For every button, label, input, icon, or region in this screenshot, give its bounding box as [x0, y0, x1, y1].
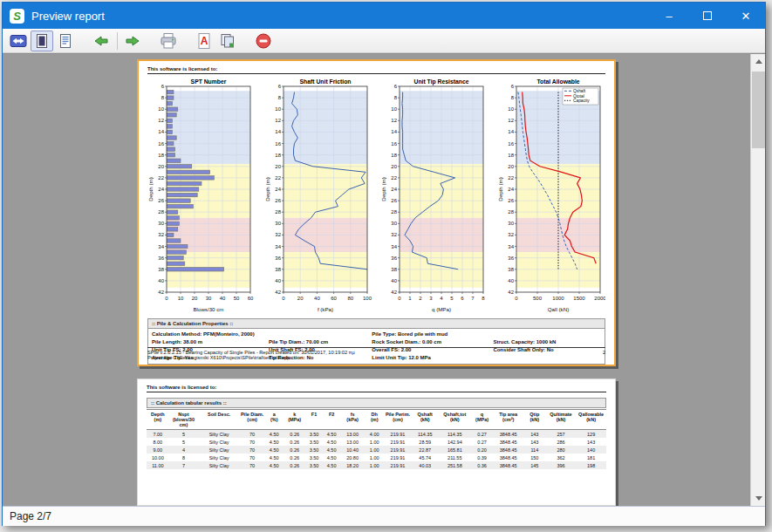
minimize-button[interactable]: – — [650, 3, 688, 29]
svg-text:24: 24 — [508, 187, 514, 192]
column-header: Depth(m) — [147, 410, 169, 430]
svg-text:32: 32 — [275, 232, 281, 237]
column-header: Pile Diam.(cm) — [240, 410, 264, 430]
svg-text:8: 8 — [482, 296, 486, 301]
svg-text:14: 14 — [508, 129, 514, 134]
svg-text:20: 20 — [275, 164, 281, 169]
export-pdf-icon: A — [195, 32, 213, 50]
svg-text:Capacity: Capacity — [573, 99, 590, 103]
svg-text:28: 28 — [392, 209, 398, 215]
previous-page-icon — [92, 33, 110, 49]
column-header: F2 — [323, 410, 340, 430]
svg-text:34: 34 — [392, 244, 398, 249]
preview-window: S Preview report – ✕ — [2, 2, 766, 526]
copy-report-button[interactable] — [216, 31, 239, 51]
svg-text:32: 32 — [392, 232, 398, 237]
svg-text:6: 6 — [511, 84, 515, 89]
svg-text:Unit Tip Resistance: Unit Tip Resistance — [414, 78, 469, 85]
svg-text:6: 6 — [461, 296, 465, 301]
preview-area: This software is licensed to: 6810121416… — [3, 53, 765, 506]
pile-properties-header: :: Pile & Calculation Properties :: — [147, 318, 605, 329]
title-bar[interactable]: S Preview report – ✕ — [3, 3, 765, 29]
property-item: Pile Tip Diam.: 70.00 cm — [269, 339, 372, 344]
svg-text:14: 14 — [275, 129, 281, 134]
svg-text:12: 12 — [158, 118, 164, 123]
close-button[interactable]: ✕ — [727, 3, 765, 29]
svg-text:20: 20 — [508, 164, 514, 169]
svg-text:5: 5 — [451, 296, 454, 301]
svg-text:32: 32 — [508, 232, 514, 237]
svg-text:40: 40 — [275, 278, 281, 283]
maximize-button[interactable] — [688, 3, 727, 29]
vertical-scrollbar[interactable] — [750, 54, 765, 506]
svg-text:16: 16 — [508, 141, 514, 147]
status-bar: Page 2/7 — [3, 506, 765, 526]
svg-text:6: 6 — [161, 84, 165, 89]
fit-width-button[interactable] — [7, 31, 30, 51]
scrollbar-thumb[interactable] — [752, 72, 765, 148]
svg-text:2: 2 — [420, 296, 423, 301]
svg-text:42: 42 — [158, 290, 164, 295]
svg-text:26: 26 — [158, 198, 164, 203]
svg-text:14: 14 — [158, 129, 164, 134]
svg-text:10: 10 — [508, 106, 514, 112]
svg-text:10: 10 — [158, 106, 164, 112]
pages-container: This software is licensed to: 6810121416… — [3, 54, 750, 506]
report-page-2[interactable]: This software is licensed to: :: Calcula… — [137, 379, 616, 506]
svg-text:Qtotal: Qtotal — [573, 94, 584, 99]
svg-text:42: 42 — [508, 290, 514, 295]
svg-text:Total Allowable: Total Allowable — [536, 78, 579, 85]
maximize-icon — [703, 11, 712, 20]
svg-text:38: 38 — [158, 267, 164, 272]
report-page-1[interactable]: This software is licensed to: 6810121416… — [137, 59, 616, 366]
svg-text:18: 18 — [392, 153, 398, 158]
svg-text:1: 1 — [409, 296, 413, 301]
license-line: This software is licensed to: — [147, 61, 605, 72]
footer-project-file: Project file: C:\GeoLogismiki X610\Proje… — [147, 355, 605, 360]
svg-text:Depth (m): Depth (m) — [147, 177, 154, 201]
svg-text:16: 16 — [392, 141, 398, 147]
svg-text:40: 40 — [392, 278, 398, 283]
svg-text:0: 0 — [165, 296, 168, 301]
column-header: k(MPa) — [284, 410, 305, 430]
svg-text:80: 80 — [347, 296, 353, 301]
window-title: Preview report — [31, 10, 105, 23]
previous-page-button[interactable] — [90, 31, 113, 51]
scroll-down-button[interactable] — [751, 491, 765, 506]
svg-text:Depth (m): Depth (m) — [380, 177, 386, 201]
svg-text:18: 18 — [158, 153, 164, 158]
print-button[interactable] — [157, 31, 180, 51]
svg-text:Qshaft: Qshaft — [573, 89, 586, 93]
svg-text:34: 34 — [508, 244, 514, 249]
svg-text:50: 50 — [234, 296, 240, 301]
svg-text:1500: 1500 — [573, 296, 585, 301]
svg-text:26: 26 — [275, 198, 281, 203]
svg-text:8: 8 — [161, 95, 165, 100]
app-logo-icon: S — [10, 9, 24, 24]
export-pdf-button[interactable]: A — [193, 31, 215, 51]
svg-text:10: 10 — [392, 106, 398, 112]
svg-text:42: 42 — [392, 290, 398, 295]
svg-text:2000: 2000 — [594, 296, 605, 301]
svg-text:100: 100 — [363, 296, 372, 301]
single-page-view-button[interactable] — [31, 31, 53, 51]
next-page-button[interactable] — [121, 31, 144, 51]
scroll-up-button[interactable] — [751, 54, 765, 69]
svg-text:18: 18 — [508, 153, 514, 158]
svg-text:16: 16 — [158, 141, 164, 147]
page-indicator: Page 2/7 — [10, 510, 51, 522]
svg-text:24: 24 — [158, 187, 164, 192]
continuous-view-button[interactable] — [54, 31, 77, 51]
fit-width-icon — [10, 33, 27, 49]
single-page-view-icon — [34, 33, 50, 49]
svg-text:4: 4 — [441, 296, 444, 301]
stop-button[interactable] — [252, 31, 275, 51]
copy-report-icon — [219, 32, 236, 50]
table-row: 9.004Silty Clay704.500.263.504.5010.401.… — [147, 446, 606, 454]
svg-text:f (kPa): f (kPa) — [318, 306, 333, 312]
charts-row: 6810121416182022242628303234363840420102… — [147, 78, 605, 317]
svg-text:16: 16 — [275, 141, 281, 147]
svg-text:22: 22 — [158, 175, 164, 181]
column-header: Qshaft,tot(kN) — [439, 410, 471, 430]
svg-text:32: 32 — [158, 232, 164, 237]
